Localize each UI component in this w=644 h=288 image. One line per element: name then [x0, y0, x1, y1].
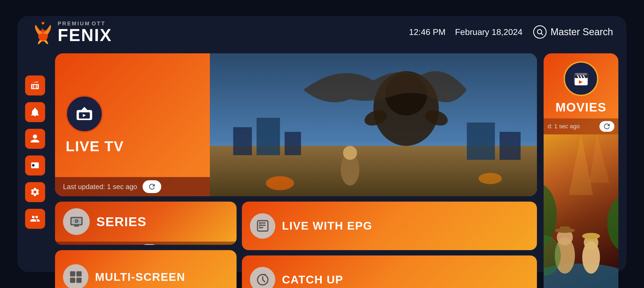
svg-rect-16	[500, 132, 521, 160]
live-tv-card[interactable]: LIVE TV	[55, 53, 537, 196]
catch-up-icon	[250, 267, 275, 288]
search-area[interactable]: Master Search	[533, 25, 613, 39]
bottom-left: SERIES Last updated: 1 sec ago	[55, 202, 237, 288]
time-display: 12:46 PM	[409, 27, 446, 37]
live-tv-bottom-bar: Last updated: 1 sec ago	[55, 177, 210, 196]
date-display: February 18,2024	[455, 27, 523, 37]
svg-rect-33	[76, 278, 82, 283]
svg-rect-56	[560, 226, 570, 231]
sidebar-item-recording[interactable]	[25, 155, 45, 175]
svg-point-6	[32, 164, 35, 167]
live-tv-image	[210, 53, 537, 196]
svg-point-3	[537, 30, 542, 34]
svg-rect-32	[70, 278, 75, 283]
movies-title: MOVIES	[556, 100, 607, 114]
movies-updated-bar: d: 1 sec ago	[544, 118, 618, 134]
live-epg-card[interactable]: LIVE WITH EPG	[242, 202, 537, 250]
svg-rect-31	[76, 271, 82, 277]
sidebar-item-admin[interactable]	[25, 209, 45, 229]
datetime: 12:46 PM February 18,2024	[409, 27, 523, 37]
svg-point-38	[259, 222, 261, 224]
header-right: 12:46 PM February 18,2024 Master Search	[409, 25, 613, 39]
series-icon-circle	[63, 208, 90, 235]
multi-screen-icon	[63, 264, 88, 288]
catch-up-title: CATCH UP	[282, 273, 343, 286]
sidebar-item-notifications[interactable]	[25, 102, 45, 122]
live-tv-icon-circle	[66, 95, 103, 133]
live-epg-title: LIVE WITH EPG	[282, 219, 372, 232]
series-card[interactable]: SERIES Last updated: 1 sec ago	[55, 202, 237, 245]
live-epg-icon	[250, 213, 275, 239]
series-title: SERIES	[96, 214, 147, 229]
svg-point-40	[259, 227, 261, 229]
main-container: PREMIUM OTT FENIX 12:46 PM February 18,2…	[18, 16, 626, 272]
svg-rect-30	[70, 271, 75, 277]
multi-screen-card[interactable]: MULTI-SCREEN	[55, 250, 237, 288]
series-refresh-button[interactable]	[140, 244, 159, 245]
svg-line-4	[541, 33, 543, 35]
movies-poster-image	[544, 134, 618, 288]
content-area: LIVE TV	[18, 48, 626, 288]
sidebar-item-radio[interactable]	[25, 75, 45, 95]
movies-panel[interactable]: MOVIES d: 1 sec ago	[544, 53, 618, 288]
svg-point-22	[343, 146, 357, 160]
sidebar-item-settings[interactable]	[25, 182, 45, 202]
svg-point-24	[478, 173, 502, 184]
movies-top: MOVIES	[544, 53, 618, 118]
svg-point-59	[582, 233, 600, 239]
bottom-grid: SERIES Last updated: 1 sec ago	[55, 202, 537, 288]
svg-rect-15	[467, 122, 495, 160]
svg-point-23	[266, 176, 294, 190]
svg-rect-27	[74, 225, 79, 227]
header: PREMIUM OTT FENIX 12:46 PM February 18,2…	[18, 16, 626, 48]
svg-point-2	[42, 29, 43, 30]
series-top: SERIES	[55, 202, 237, 242]
svg-point-39	[259, 225, 261, 226]
search-label[interactable]: Master Search	[551, 26, 613, 38]
live-tv-title: LIVE TV	[66, 138, 124, 154]
movies-refresh-button[interactable]	[599, 121, 614, 132]
main-grid: LIVE TV	[55, 53, 537, 288]
logo-area: PREMIUM OTT FENIX	[31, 20, 112, 44]
search-icon[interactable]	[533, 25, 547, 39]
catch-up-card[interactable]: CATCH UP	[242, 255, 537, 288]
series-bottom-bar: Last updated: 1 sec ago	[55, 242, 237, 245]
multi-screen-title: MULTI-SCREEN	[95, 271, 185, 283]
app-name: FENIX	[58, 27, 112, 44]
live-tv-updated: Last updated: 1 sec ago	[63, 183, 137, 191]
sidebar-item-user[interactable]	[25, 129, 45, 149]
movies-icon-circle	[564, 61, 598, 96]
bottom-right: LIVE WITH EPG CATCH UP	[242, 202, 537, 288]
logo-text-area: PREMIUM OTT FENIX	[58, 21, 112, 44]
sidebar	[18, 48, 52, 256]
live-tv-refresh-button[interactable]	[143, 180, 161, 193]
movies-updated: d: 1 sec ago	[548, 123, 580, 130]
svg-rect-14	[285, 132, 301, 155]
svg-rect-12	[233, 127, 252, 155]
svg-rect-13	[257, 118, 280, 155]
live-tv-left: LIVE TV	[55, 53, 210, 196]
phoenix-logo	[31, 20, 55, 44]
